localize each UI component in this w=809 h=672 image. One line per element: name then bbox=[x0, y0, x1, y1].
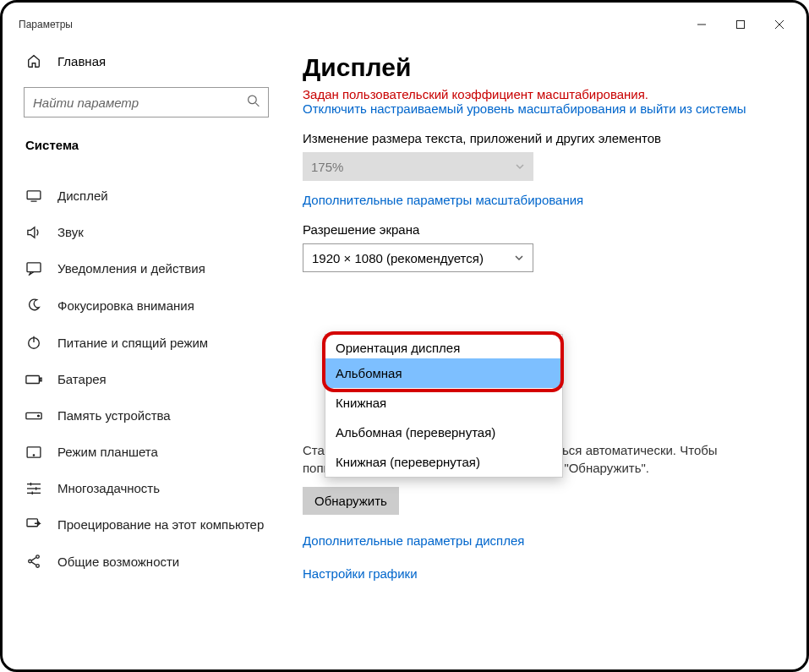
svg-point-24 bbox=[29, 560, 32, 563]
sidebar-item-label: Дисплей bbox=[57, 188, 108, 203]
resolution-value: 1920 × 1080 (рекомендуется) bbox=[312, 251, 484, 265]
sidebar-item-label: Фокусировка внимания bbox=[57, 298, 194, 313]
svg-point-16 bbox=[33, 454, 34, 455]
shared-icon bbox=[25, 554, 42, 569]
chevron-down-icon bbox=[514, 251, 524, 265]
sidebar-item-display[interactable]: Дисплей bbox=[10, 178, 282, 214]
orientation-option-label: Альбомная (перевернутая) bbox=[336, 425, 495, 440]
sidebar-item-notifications[interactable]: Уведомления и действия bbox=[10, 250, 282, 287]
sidebar-item-label: Память устройства bbox=[57, 408, 171, 423]
home-nav[interactable]: Главная bbox=[10, 46, 282, 75]
close-button[interactable] bbox=[760, 10, 799, 38]
minimize-button[interactable] bbox=[682, 10, 721, 38]
resolution-select[interactable]: 1920 × 1080 (рекомендуется) bbox=[303, 243, 533, 272]
sidebar-item-label: Проецирование на этот компьютер bbox=[57, 517, 264, 532]
sidebar-item-label: Батарея bbox=[57, 372, 107, 386]
svg-rect-8 bbox=[27, 262, 41, 271]
sidebar-item-label: Звук bbox=[57, 225, 84, 239]
chevron-down-icon bbox=[515, 160, 525, 174]
scale-warning: Задан пользовательский коэффициент масшт… bbox=[303, 87, 782, 101]
svg-point-26 bbox=[36, 565, 40, 568]
svg-line-27 bbox=[31, 558, 36, 561]
search-icon bbox=[247, 95, 260, 111]
svg-rect-11 bbox=[26, 375, 39, 383]
tablet-icon bbox=[25, 446, 42, 458]
sidebar: Главная Система Дисплей bbox=[10, 38, 282, 662]
sidebar-item-storage[interactable]: Память устройства bbox=[10, 397, 282, 434]
category-header: Система bbox=[10, 126, 282, 157]
orientation-option-portrait-flipped[interactable]: Книжная (перевернутая) bbox=[325, 447, 562, 477]
close-icon bbox=[774, 19, 784, 30]
sidebar-item-label: Многозадачность bbox=[57, 481, 160, 495]
sidebar-item-focus[interactable]: Фокусировка внимания bbox=[10, 287, 282, 324]
orientation-option-label: Книжная bbox=[336, 396, 386, 410]
advanced-scaling-link[interactable]: Дополнительные параметры масштабирования bbox=[303, 193, 782, 207]
svg-rect-12 bbox=[40, 378, 41, 381]
page-title: Дисплей bbox=[303, 53, 782, 82]
orientation-dropdown[interactable]: Ориентация дисплея Альбомная Книжная Аль… bbox=[325, 334, 563, 478]
maximize-button[interactable] bbox=[721, 10, 760, 38]
window-title: Параметры bbox=[19, 19, 73, 30]
orientation-option-landscape[interactable]: Альбомная bbox=[325, 358, 562, 388]
scale-select: 175% bbox=[303, 152, 533, 181]
nav-list: Дисплей Звук Уведомления и действия Фоку… bbox=[10, 178, 282, 580]
svg-point-4 bbox=[249, 96, 257, 104]
home-icon bbox=[25, 53, 42, 68]
scale-value: 175% bbox=[311, 160, 343, 174]
projecting-icon bbox=[25, 518, 42, 532]
window-buttons bbox=[682, 10, 799, 38]
battery-icon bbox=[25, 374, 42, 385]
sidebar-item-label: Уведомления и действия bbox=[57, 261, 205, 276]
sidebar-item-multitasking[interactable]: Многозадачность bbox=[10, 470, 282, 506]
detect-button[interactable]: Обнаружить bbox=[303, 487, 399, 515]
titlebar: Параметры bbox=[10, 10, 799, 38]
sidebar-item-label: Питание и спящий режим bbox=[57, 336, 208, 350]
sound-icon bbox=[25, 226, 42, 239]
svg-point-14 bbox=[38, 415, 40, 417]
advanced-display-link[interactable]: Дополнительные параметры дисплея bbox=[303, 533, 782, 548]
svg-line-28 bbox=[31, 562, 36, 565]
sidebar-item-sound[interactable]: Звук bbox=[10, 214, 282, 250]
storage-icon bbox=[25, 412, 42, 420]
notifications-icon bbox=[25, 262, 42, 276]
sidebar-item-projecting[interactable]: Проецирование на этот компьютер bbox=[10, 506, 282, 543]
orientation-option-label: Книжная (перевернутая) bbox=[336, 455, 480, 469]
orientation-option-landscape-flipped[interactable]: Альбомная (перевернутая) bbox=[325, 418, 562, 447]
orientation-option-label: Альбомная bbox=[336, 366, 402, 380]
home-label: Главная bbox=[57, 54, 106, 68]
sidebar-item-label: Общие возможности bbox=[57, 555, 179, 569]
svg-rect-1 bbox=[737, 20, 745, 28]
multitasking-icon bbox=[25, 482, 42, 495]
sidebar-item-power[interactable]: Питание и спящий режим bbox=[10, 324, 282, 361]
graphics-settings-link[interactable]: Настройки графики bbox=[303, 566, 782, 581]
orientation-label: Ориентация дисплея bbox=[325, 335, 562, 358]
minimize-icon bbox=[697, 19, 707, 30]
power-icon bbox=[25, 335, 42, 350]
search-wrap bbox=[24, 87, 269, 117]
resolution-label: Разрешение экрана bbox=[303, 222, 782, 237]
sidebar-item-tablet[interactable]: Режим планшета bbox=[10, 434, 282, 470]
focus-icon bbox=[25, 298, 42, 313]
sidebar-item-shared[interactable]: Общие возможности bbox=[10, 543, 282, 580]
sidebar-item-label: Режим планшета bbox=[57, 445, 158, 459]
maximize-icon bbox=[735, 19, 746, 30]
orientation-option-portrait[interactable]: Книжная bbox=[325, 388, 562, 418]
scale-label: Изменение размера текста, приложений и д… bbox=[303, 131, 782, 145]
sidebar-item-battery[interactable]: Батарея bbox=[10, 361, 282, 397]
search-input[interactable] bbox=[24, 87, 269, 117]
display-icon bbox=[25, 190, 42, 202]
svg-line-5 bbox=[255, 103, 259, 107]
disable-custom-scale-link[interactable]: Отключить настраиваемый уровень масштаби… bbox=[303, 101, 782, 116]
svg-rect-6 bbox=[27, 190, 41, 199]
svg-point-25 bbox=[36, 555, 40, 559]
svg-rect-23 bbox=[27, 518, 37, 526]
